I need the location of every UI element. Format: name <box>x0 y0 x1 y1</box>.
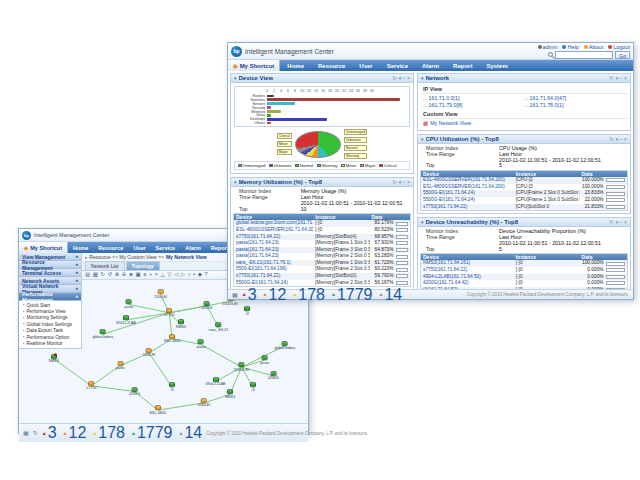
collapse-arrow-icon[interactable]: ▾ <box>421 76 424 81</box>
topology-node-5500g-ei-19[interactable]: 5500G-EI <box>234 362 249 372</box>
layout-icon[interactable]: ▣ <box>136 272 141 278</box>
ip-view-link-161-71-78-0-1[interactable]: ∴161.71.78.0[1] <box>524 102 625 109</box>
collapse-arrow-icon[interactable]: ▾ <box>234 180 237 185</box>
sidebar-section-performance-management[interactable]: Performance Management» <box>19 293 81 301</box>
custom-view-link-my-network-view[interactable]: ▦My Network View <box>423 120 524 127</box>
help-icon[interactable]: ? <box>204 272 207 278</box>
menu-service[interactable]: Service <box>380 63 415 69</box>
menu-user[interactable]: User <box>128 245 150 251</box>
device-link[interactable]: 4904-L2LAB(161.71.64.50) <box>421 274 514 281</box>
alarm-count-warning[interactable]: ▲1779 <box>131 424 173 442</box>
refresh-icon[interactable]: ↻ <box>610 137 614 142</box>
imc-dashboard-window[interactable]: hp Intelligent Management Center adminHe… <box>227 42 634 300</box>
link-help[interactable]: Help <box>562 44 578 50</box>
device-link[interactable]: pasta(161.71.64.23) <box>234 253 313 260</box>
ip-view-link-161-71-64-0-47[interactable]: ∴161.71.64.0[47] <box>524 95 625 102</box>
sidebar-section-resource-management[interactable]: Resource Management» <box>19 261 81 269</box>
alarm-count-critical[interactable]: ▲3 <box>42 424 57 442</box>
topology-node-nms3-7[interactable]: NMS3 <box>176 320 186 330</box>
device-link[interactable]: i3(161.71.64.52) <box>421 287 514 289</box>
overview-icon[interactable]: ≡ <box>143 272 146 278</box>
refresh-icon[interactable]: ↻ <box>393 76 397 81</box>
legend-icon[interactable]: ▪ <box>193 272 195 278</box>
topology-node-pasta-11[interactable]: pasta <box>197 340 206 350</box>
menu-system[interactable]: System <box>479 63 514 69</box>
alarm-count-major[interactable]: ▲12 <box>63 424 87 442</box>
ip-view-link-161-71-0-0-1[interactable]: ∴161.71.0.0[1] <box>423 95 524 102</box>
device-link[interactable]: s7750(161.71.64.22) <box>421 204 514 211</box>
alarm-refresh-icon[interactable]: ↻ <box>33 430 38 436</box>
menu-service[interactable]: Service <box>151 245 181 251</box>
maximize-icon[interactable]: ▫ <box>620 220 622 225</box>
tab-topology[interactable]: Topology <box>126 261 160 270</box>
collapse-arrow-icon[interactable]: ▾ <box>421 137 424 142</box>
undo-icon[interactable]: ↺ <box>108 272 113 278</box>
alarm-count-major[interactable]: ▲12 <box>263 286 287 304</box>
topology-node-4200g-3[interactable]: 4200G <box>201 301 212 311</box>
collapse-icon[interactable]: ▾ <box>616 137 619 142</box>
topology-node-i3-17[interactable]: i3 <box>169 383 175 393</box>
device-link[interactable]: 5500G-EI(161.71.64.24) <box>421 190 514 197</box>
maximize-icon[interactable]: ▫ <box>620 76 622 81</box>
global-search-input[interactable] <box>555 51 613 59</box>
device-link[interactable]: NMS3(161.71.64.161) <box>421 260 514 267</box>
device-link[interactable]: ESL-4800GSSERVER(161.71.64.200) <box>234 227 313 234</box>
topology-node-global-fedora-26[interactable]: global.fedora <box>274 341 295 351</box>
tab-my-shortcut[interactable]: ◆ My Shortcut <box>19 242 68 253</box>
topology-node-s7750-2[interactable]: s7750 <box>164 308 174 318</box>
topology-node-pasta-14[interactable]: pasta <box>116 361 125 371</box>
device-link[interactable]: pasta(161.71.64.23) <box>234 240 313 247</box>
topology-node-5500-ei-0[interactable]: 5500-EI <box>154 290 167 300</box>
topology-node-nms3-23[interactable]: NMS3 <box>225 390 235 400</box>
collapse-icon[interactable]: ▾ <box>399 180 402 185</box>
alarm-count-warning[interactable]: ▲1779 <box>331 286 373 304</box>
tab-network-list[interactable]: Network List <box>85 261 125 270</box>
menu-report[interactable]: Report <box>446 63 479 69</box>
alarm-count-critical[interactable]: ▲3 <box>242 286 257 304</box>
search-go-button[interactable]: Go <box>615 51 630 59</box>
alarm-count-minor[interactable]: ▲178 <box>92 424 125 442</box>
topology-node-sara-e6-21-8[interactable]: sara_-E6.21 <box>209 322 229 332</box>
alarm-count-unknown[interactable]: ▲14 <box>378 286 402 304</box>
device-link[interactable]: 4200G(161.71.64.42) <box>421 280 514 287</box>
close-icon[interactable]: × <box>407 180 410 185</box>
topology-node-pasta-1[interactable]: pasta <box>124 300 133 310</box>
close-icon[interactable]: × <box>407 76 410 81</box>
link-logout[interactable]: Logout <box>608 44 630 50</box>
right-icon[interactable]: ▷ <box>181 272 185 278</box>
up-icon[interactable]: △ <box>160 272 164 278</box>
topology-node-s7750-15[interactable]: s7750 <box>86 381 96 391</box>
topology-node-i3-5[interactable]: i3 <box>244 307 250 317</box>
sidebar-item-global-index-settings[interactable]: ▪Global Index Settings <box>19 321 81 327</box>
maximize-icon[interactable]: ▫ <box>403 180 405 185</box>
add-node-icon[interactable]: + <box>149 272 152 278</box>
menu-resource[interactable]: Resource <box>311 63 352 69</box>
alarm-legend-icon[interactable]: ▦ <box>232 292 238 298</box>
collapse-icon[interactable]: ▾ <box>399 76 402 81</box>
topology-node-5500-ei-12[interactable]: 5500-EI <box>143 348 156 358</box>
device-link[interactable]: s7750(161.71.64.22) <box>234 234 313 241</box>
topology-node-5500-ei-24[interactable]: 5500-EI <box>198 398 211 408</box>
topology-node-i3-22[interactable]: i3 <box>250 383 256 393</box>
sidebar-item-realtime-monitor[interactable]: ▪Realtime Monitor <box>19 340 81 346</box>
close-icon[interactable]: × <box>624 76 627 81</box>
refresh-icon[interactable]: ↻ <box>100 272 105 278</box>
alarm-legend-icon[interactable]: ▦ <box>23 430 29 436</box>
alarm-count-minor[interactable]: ▲178 <box>292 286 325 304</box>
collapse-arrow-icon[interactable]: ▾ <box>421 220 424 225</box>
topology-node-esl-4800-10[interactable]: ESL-4800 <box>164 334 180 344</box>
save-icon[interactable]: ▤ <box>85 272 90 278</box>
link-admin[interactable]: admin <box>538 44 558 50</box>
alarm-count-unknown[interactable]: ▲14 <box>179 424 203 442</box>
zoom-out-icon[interactable]: ⊖ <box>122 272 127 278</box>
fit-view-icon[interactable]: ◈ <box>129 272 133 278</box>
close-icon[interactable]: × <box>624 137 627 142</box>
topology-node-4904-l2lab-18[interactable]: 4904-L2LAB <box>206 377 226 387</box>
topology-node-4904-l2lab-6[interactable]: 4904-L2LAB <box>116 315 136 325</box>
device-link[interactable]: global.fedora.gov.3com.com(161.71.64.94) <box>234 220 313 227</box>
refresh-icon[interactable]: ↻ <box>393 180 397 185</box>
device-link[interactable]: ESL-4800GSSERVER(161.71.64.200) <box>421 184 514 191</box>
topology-node-4200g-21[interactable]: 4200G <box>268 371 279 381</box>
topology-node-esl-4800-25[interactable]: ESL-4800 <box>150 405 166 415</box>
topology-node-4200g-16[interactable]: 4200G <box>129 387 140 397</box>
